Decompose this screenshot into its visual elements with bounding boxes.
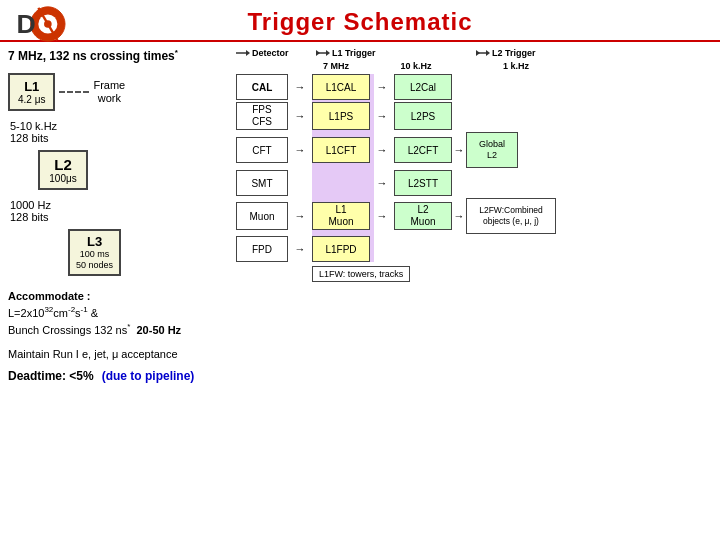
logo-icon: D <box>10 4 80 44</box>
l1-dashed-line <box>59 91 89 93</box>
frame-work-label: Frame work <box>93 79 125 105</box>
left-panel: 7 MHz, 132 ns crossing times* L1 4.2 μs … <box>8 48 228 518</box>
det-smt: SMT <box>236 170 288 196</box>
l1-cft: L1CFT <box>312 137 370 163</box>
arrow-cal-l1: → <box>288 81 312 93</box>
bunch-crossings: Bunch Crossings 132 ns* 20-50 Hz <box>8 321 228 338</box>
table-row: FPD → L1FPD <box>236 236 712 262</box>
arrow-smt-l2stt: → <box>370 177 394 189</box>
accommodate-label: Accommodate : <box>8 288 228 305</box>
l1-label: L1 <box>18 79 45 94</box>
arrow-muon-l1: → <box>288 210 312 222</box>
det-fps: FPSCFS <box>236 102 288 130</box>
hz-range: 20-50 Hz <box>136 324 181 336</box>
deadtime-section: Deadtime: <5% (due to pipeline) <box>8 369 228 383</box>
page-title: Trigger Schematic <box>0 8 720 36</box>
frequency-line: 7 MHz 10 k.Hz 1 k.Hz <box>236 61 712 71</box>
l1-trigger-header: L1 Trigger <box>316 48 436 58</box>
l1-cal: L1CAL <box>312 74 370 100</box>
l3-detail: 100 ms 50 nodes <box>76 249 113 271</box>
l2-trigger-header: L2 Trigger <box>476 48 536 58</box>
svg-text:D: D <box>16 9 35 39</box>
l1-ps: L1PS <box>312 102 370 130</box>
l2-arrow-icon <box>476 48 490 58</box>
l2-cft: L2CFT <box>394 137 452 163</box>
svg-marker-11 <box>476 50 480 56</box>
table-row: Muon → L1Muon → L2Muon → L2FW:Combined o… <box>236 198 712 234</box>
l3-section: L3 100 ms 50 nodes <box>68 229 228 276</box>
l2-label: L2 <box>48 156 78 173</box>
l1-smt-empty <box>312 170 370 196</box>
freq-10khz: 10 k.Hz <box>386 61 446 71</box>
l3-label: L3 <box>76 234 113 249</box>
l1-section: L1 4.2 μs Frame work <box>8 73 228 111</box>
table-row: CAL → L1CAL → L2Cal <box>236 74 712 100</box>
maintain-label: Maintain Run I e, jet, μ acceptance <box>8 348 228 360</box>
right-panel: Detector L1 Trigger L2 Trigger 7 MHz 10 … <box>236 48 712 518</box>
global-l2: GlobalL2 <box>466 132 518 168</box>
arrow-l1muon-l2muon: → <box>370 210 394 222</box>
l-formula: L=2x1032cm-2s-1 & <box>8 304 228 321</box>
svg-marker-6 <box>246 50 250 56</box>
arrow-l1cal-l2cal: → <box>370 81 394 93</box>
page-header: D Trigger Schematic <box>0 0 720 42</box>
freq2-label: 5-10 k.Hz <box>10 120 57 132</box>
freq-7mhz: 7 MHz <box>306 61 366 71</box>
svg-marker-12 <box>486 50 490 56</box>
l2-cal: L2Cal <box>394 74 452 100</box>
l3-freq-info: 1000 Hz 128 bits <box>10 199 228 223</box>
arrow-fps-l1: → <box>288 110 312 122</box>
det-muon: Muon <box>236 202 288 230</box>
l2-ps: L2PS <box>394 102 452 130</box>
arrow-l2muon-l2fw: → <box>452 210 466 222</box>
table-row: CFT → L1CFT → L2CFT → GlobalL2 <box>236 132 712 168</box>
arrow-l1cft-l2cft: → <box>370 144 394 156</box>
arrow-l1ps-l2ps: → <box>370 110 394 122</box>
arrow-fpd-l1fpd: → <box>288 243 312 255</box>
accommodate-section: Accommodate : L=2x1032cm-2s-1 & Bunch Cr… <box>8 288 228 339</box>
det-cal: CAL <box>236 74 288 100</box>
table-row: FPSCFS → L1PS → L2PS <box>236 102 712 130</box>
freq2-bits: 128 bits <box>10 132 49 144</box>
arrow-cft-l1: → <box>288 144 312 156</box>
l1fw-footer: L1FW: towers, tracks <box>312 266 712 282</box>
l1-muon: L1Muon <box>312 202 370 230</box>
pipeline-label: (due to pipeline) <box>102 369 195 383</box>
arrow-l2cft-global: → <box>452 144 466 156</box>
crossing-freq: 7 MHz, 132 ns crossing times* <box>8 48 228 63</box>
l1-time: 4.2 μs <box>18 94 45 105</box>
l1fw-tracks-box: L1FW: towers, tracks <box>312 266 410 282</box>
section-headers: Detector L1 Trigger L2 Trigger <box>236 48 712 58</box>
l2-muon: L2Muon <box>394 202 452 230</box>
detector-arrow-icon <box>236 48 250 58</box>
detector-header: Detector <box>236 48 306 58</box>
l1-fpd: L1FPD <box>312 236 370 262</box>
l1-block: L1 4.2 μs <box>8 73 55 111</box>
deadtime-label: Deadtime: <5% <box>8 369 94 383</box>
freq-1khz: 1 k.Hz <box>486 61 546 71</box>
freq3-label: 1000 Hz <box>10 199 51 211</box>
l2-block: L2 100μs <box>38 150 88 190</box>
det-fpd: FPD <box>236 236 288 262</box>
schematic-rows: CAL → L1CAL → L2Cal FPSCFS → L1PS <box>236 74 712 262</box>
l3-block: L3 100 ms 50 nodes <box>68 229 121 276</box>
l2-freq-info: 5-10 k.Hz 128 bits <box>10 120 228 144</box>
main-content: 7 MHz, 132 ns crossing times* L1 4.2 μs … <box>0 42 720 524</box>
l2-stt: L2STT <box>394 170 452 196</box>
l2-time: 100μs <box>48 173 78 184</box>
l2-section: L2 100μs <box>38 150 228 190</box>
l1-arrow-icon <box>316 48 330 58</box>
l2fw-combined: L2FW:Combined objects (e, μ, j) <box>466 198 556 234</box>
svg-marker-8 <box>316 50 320 56</box>
table-row: SMT → L2STT <box>236 170 712 196</box>
freq3-bits: 128 bits <box>10 211 49 223</box>
svg-marker-9 <box>326 50 330 56</box>
det-cft: CFT <box>236 137 288 163</box>
